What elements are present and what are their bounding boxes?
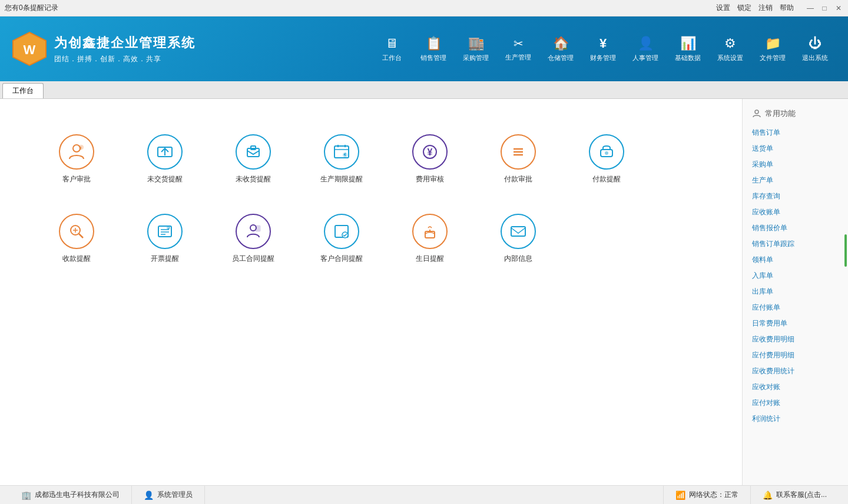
support-label: 联系客服(点击... [776,490,827,500]
sysset-icon: ⚙ [724,36,736,51]
icon-expense-approval[interactable]: ¥ 费用审核 [389,128,471,190]
network-icon: 📶 [675,490,685,500]
notification-text: 您有0条提醒记录 [5,3,58,13]
birthday-reminder-circle [412,214,448,249]
employee-contract-label: 员工合同提醒 [232,254,274,264]
nav-basedata-label: 基础数据 [675,54,701,62]
icon-production-deadline[interactable]: 生产期限提醒 [300,128,383,190]
nav-sysset[interactable]: ⚙ 系统设置 [709,31,751,67]
logout-link[interactable]: 注销 [758,3,773,13]
sidebar-item-14[interactable]: 应付费用明细 [743,347,848,363]
help-link[interactable]: 帮助 [780,3,794,13]
sidebar-item-8[interactable]: 领料单 [743,252,848,268]
user-name: 系统管理员 [157,490,193,500]
app-header: W 为创鑫捷企业管理系统 团结．拼搏．创新．高效．共享 🖥 工作台 📋 销售管理… [0,16,848,81]
sidebar-item-15[interactable]: 应收费用统计 [743,363,848,379]
minimize-button[interactable]: — [806,4,815,13]
uncollected-label: 未收货提醒 [236,174,271,184]
sidebar-item-0[interactable]: 销售订单 [743,125,848,141]
sidebar-item-5[interactable]: 应收账单 [743,204,848,220]
status-bar: 🏢 成都迅生电子科技有限公司 👤 系统管理员 📶 网络状态：正常 🔔 联系客服(… [0,485,848,504]
nav-finance[interactable]: ¥ 财务管理 [582,31,624,67]
nav-production-label: 生产管理 [505,53,531,62]
sidebar-item-13[interactable]: 应收费用明细 [743,331,848,347]
workbench-icon: 🖥 [385,36,398,51]
nav-production[interactable]: ✂ 生产管理 [497,32,539,67]
sidebar-item-7[interactable]: 销售订单跟踪 [743,236,848,252]
sidebar-item-10[interactable]: 出库单 [743,284,848,300]
customer-contract-label: 客户合同提醒 [320,254,363,264]
company-icon: 🏢 [21,490,31,500]
invoice-reminder-label: 开票提醒 [151,254,179,264]
icon-invoice-reminder[interactable]: ✓ 开票提醒 [124,208,206,270]
nav-warehouse[interactable]: 🏠 仓储管理 [539,31,582,67]
network-status: 网络状态：正常 [689,490,738,500]
status-support[interactable]: 🔔 联系客服(点击... [751,486,839,504]
lock-link[interactable]: 锁定 [737,3,751,13]
internal-message-circle [501,214,536,249]
nav-filemanage[interactable]: 📁 文件管理 [751,31,794,67]
nav-finance-label: 财务管理 [590,54,616,62]
nav-logout[interactable]: ⏻ 退出系统 [794,31,836,67]
close-button[interactable]: ✕ [834,4,843,13]
production-deadline-circle [324,134,359,170]
maximize-button[interactable]: □ [820,4,829,13]
icon-undelivered[interactable]: 未交货提醒 [124,128,206,190]
sidebar-item-1[interactable]: 送货单 [743,141,848,157]
scrollbar-thumb[interactable] [844,234,847,267]
nav-basedata[interactable]: 📊 基础数据 [667,31,709,67]
icon-receipt-reminder[interactable]: 收款提醒 [35,208,118,270]
nav-sales[interactable]: 📋 销售管理 [412,31,455,67]
icon-grid-row1: ! 客户审批 未交货提醒 未收货提醒 [35,128,707,190]
sidebar-item-2[interactable]: 采购单 [743,157,848,173]
sidebar-title: 常用功能 [765,108,796,119]
nav-hr-label: 人事管理 [632,54,658,62]
sidebar-item-18[interactable]: 利润统计 [743,411,848,427]
icon-internal-message[interactable]: 内部信息 [477,208,559,270]
person-icon [752,109,761,118]
payment-reminder-circle [589,134,624,170]
undelivered-label: 未交货提醒 [147,174,183,184]
finance-icon: ¥ [599,36,607,51]
svg-text:✓: ✓ [167,227,170,230]
icon-payment-reminder[interactable]: 付款提醒 [565,128,648,190]
status-space [205,486,664,504]
icon-customer-approval[interactable]: ! 客户审批 [35,128,118,190]
sidebar-item-3[interactable]: 生产单 [743,173,848,188]
nav-hr[interactable]: 👤 人事管理 [624,31,667,67]
customer-approval-label: 客户审批 [62,174,91,184]
workspace: ! 客户审批 未交货提醒 未收货提醒 [0,99,742,485]
logout-icon: ⏻ [809,36,822,51]
undelivered-circle [147,134,183,170]
sidebar-item-9[interactable]: 入库单 [743,268,848,284]
support-icon: 🔔 [763,490,773,500]
sidebar-item-16[interactable]: 应收对账 [743,379,848,395]
svg-point-38 [755,110,758,114]
system-slogan: 团结．拼搏．创新．高效．共享 [54,54,196,64]
tab-workbench[interactable]: 工作台 [2,83,44,98]
sidebar-item-12[interactable]: 日常费用单 [743,316,848,331]
nav-purchase[interactable]: 🏬 采购管理 [455,31,497,67]
nav-workbench[interactable]: 🖥 工作台 [371,31,412,67]
production-deadline-label: 生产期限提醒 [320,174,363,184]
settings-link[interactable]: 设置 [716,3,730,13]
icon-uncollected[interactable]: 未收货提醒 [212,128,294,190]
sidebar-item-6[interactable]: 销售报价单 [743,220,848,236]
tab-workbench-label: 工作台 [12,86,34,96]
sidebar-item-17[interactable]: 应付对账 [743,395,848,411]
receipt-reminder-circle [59,214,94,249]
icon-grid-row2: 收款提醒 ✓ 开票提醒 员工合同提醒 客户合同提 [35,208,707,270]
icon-employee-contract[interactable]: 员工合同提醒 [212,208,294,270]
nav-workbench-label: 工作台 [382,54,402,62]
app-logo: W [12,31,47,67]
expense-approval-label: 费用审核 [416,174,444,184]
sidebar-item-11[interactable]: 应付账单 [743,300,848,316]
icon-birthday-reminder[interactable]: 生日提醒 [389,208,471,270]
icon-payment-approval[interactable]: 付款审批 [477,128,559,190]
title-bar-controls: 设置 锁定 注销 帮助 — □ ✕ [716,3,843,13]
icon-customer-contract[interactable]: 客户合同提醒 [300,208,383,270]
production-icon: ✂ [514,37,524,51]
right-sidebar: 常用功能 销售订单 送货单 采购单 生产单 库存查询 应收账单 销售报价单 销售… [742,99,848,485]
svg-text:¥: ¥ [428,147,433,157]
sidebar-item-4[interactable]: 库存查询 [743,188,848,204]
